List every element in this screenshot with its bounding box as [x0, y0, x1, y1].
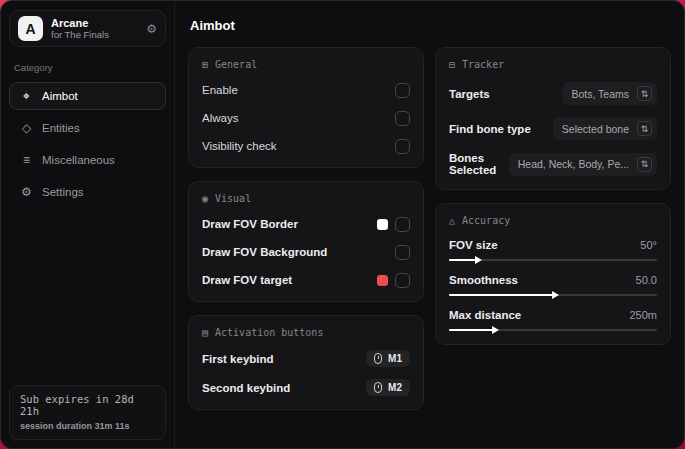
dropdown-value: Bots, Teams [571, 88, 629, 100]
fov-target-checkbox[interactable] [395, 273, 410, 288]
row-label: Draw FOV target [202, 274, 292, 286]
left-column: ⊞ General Enable Always Visibility check [188, 47, 424, 410]
brand-logo: A [18, 16, 43, 41]
visual-row-fov-border: Draw FOV Border [202, 216, 410, 232]
row-label: FOV size [449, 239, 498, 251]
bones-selected-dropdown[interactable]: Head, Neck, Body, Pe... ⇅ [509, 153, 657, 176]
slider-value: 50.0 [636, 274, 657, 286]
category-label: Category [14, 62, 161, 73]
chevron-updown-icon: ⇅ [637, 86, 652, 101]
sidebar-item-label: Entities [42, 122, 80, 134]
always-checkbox[interactable] [395, 111, 410, 126]
second-keybind-button[interactable]: M2 [366, 379, 410, 396]
brand-text: Arcane for The Finals [51, 17, 109, 40]
sidebar-item-aimbot[interactable]: ⌖ Aimbot [9, 82, 166, 110]
page-title: Aimbot [190, 18, 671, 33]
sidebar-item-miscellaneous[interactable]: ≡ Miscellaneous [9, 146, 166, 174]
max-distance-slider[interactable] [449, 329, 657, 331]
row-label: Second keybind [202, 382, 290, 394]
row-controls [377, 273, 410, 288]
sidebar-item-entities[interactable]: ◇ Entities [9, 114, 166, 142]
fov-target-color-swatch[interactable] [377, 275, 388, 286]
fov-size-slider[interactable] [449, 259, 657, 261]
sidebar-item-label: Miscellaneous [42, 154, 115, 166]
sidebar-item-label: Aimbot [42, 90, 78, 102]
app-window: A Arcane for The Finals ⚙ Category ⌖ Aim… [0, 0, 685, 449]
card-title: Accuracy [462, 215, 510, 226]
tracker-row-targets: Targets Bots, Teams ⇅ [449, 82, 657, 105]
scan-icon: ⊟ [449, 59, 455, 70]
accuracy-card: △ Accuracy FOV size 50° [435, 203, 671, 345]
row-controls [377, 217, 410, 232]
main-content: Aimbot ⊞ General Enable Always [175, 1, 684, 448]
slider-head: FOV size 50° [449, 239, 657, 251]
slider-head: Max distance 250m [449, 309, 657, 321]
card-title: General [215, 59, 257, 70]
subscription-expiry: Sub expires in 28d 21h [20, 393, 155, 417]
visibility-check-checkbox[interactable] [395, 139, 410, 154]
slider-head: Smoothness 50.0 [449, 274, 657, 286]
find-bone-type-dropdown[interactable]: Selected bone ⇅ [553, 117, 657, 140]
row-label: Draw FOV Background [202, 246, 327, 258]
slider-thumb[interactable] [492, 326, 499, 334]
row-label: Find bone type [449, 123, 531, 135]
card-columns: ⊞ General Enable Always Visibility check [188, 47, 671, 410]
gear-icon[interactable]: ⚙ [146, 22, 157, 36]
slider-thumb[interactable] [475, 256, 482, 264]
visual-row-fov-target: Draw FOV target [202, 272, 410, 288]
slider-value: 50° [640, 239, 657, 251]
dropdown-value: Selected bone [562, 123, 629, 135]
sidebar-item-settings[interactable]: ⚙ Settings [9, 178, 166, 206]
tracker-card-header: ⊟ Tracker [449, 59, 657, 70]
visual-row-fov-background: Draw FOV Background [202, 244, 410, 260]
card-title: Activation buttons [215, 327, 323, 338]
row-label: Targets [449, 88, 490, 100]
activation-card: ▤ Activation buttons First keybind M1 Se… [188, 315, 424, 410]
sidebar: A Arcane for The Finals ⚙ Category ⌖ Aim… [1, 1, 175, 448]
brand-title: Arcane [51, 17, 109, 29]
fov-border-color-swatch[interactable] [377, 219, 388, 230]
row-label: Bones Selected [449, 152, 509, 176]
visual-card-header: ◉ Visual [202, 193, 410, 204]
general-row-enable: Enable [202, 82, 410, 98]
smoothness-slider-row: Smoothness 50.0 [449, 274, 657, 296]
dropdown-value: Head, Neck, Body, Pe... [518, 158, 629, 170]
triangle-icon: △ [449, 215, 455, 226]
mouse-icon [374, 382, 382, 393]
grid-icon: ⊞ [202, 59, 208, 70]
gear-icon: ⚙ [20, 185, 33, 199]
cube-icon: ◇ [20, 121, 33, 135]
slider-fill [449, 294, 553, 296]
fov-border-checkbox[interactable] [395, 217, 410, 232]
chevron-updown-icon: ⇅ [637, 157, 652, 172]
card-title: Visual [215, 193, 251, 204]
slider-thumb[interactable] [552, 291, 559, 299]
row-controls [395, 245, 410, 260]
brand-card: A Arcane for The Finals ⚙ [9, 10, 166, 47]
general-row-always: Always [202, 110, 410, 126]
slider-value: 250m [629, 309, 657, 321]
mouse-icon [374, 353, 382, 364]
tracker-row-bones-selected: Bones Selected Head, Neck, Body, Pe... ⇅ [449, 152, 657, 176]
keybind-value: M2 [388, 382, 402, 393]
activation-row-second-keybind: Second keybind M2 [202, 379, 410, 396]
row-label: Draw FOV Border [202, 218, 298, 230]
general-card: ⊞ General Enable Always Visibility check [188, 47, 424, 168]
row-label: Always [202, 112, 238, 124]
fov-size-slider-row: FOV size 50° [449, 239, 657, 261]
crosshair-icon: ⌖ [20, 89, 33, 103]
targets-dropdown[interactable]: Bots, Teams ⇅ [562, 82, 657, 105]
eye-icon: ◉ [202, 193, 208, 204]
accuracy-card-header: △ Accuracy [449, 215, 657, 226]
first-keybind-button[interactable]: M1 [366, 350, 410, 367]
slider-fill [449, 329, 493, 331]
row-label: Enable [202, 84, 238, 96]
card-title: Tracker [462, 59, 504, 70]
general-row-visibility-check: Visibility check [202, 138, 410, 154]
fov-background-checkbox[interactable] [395, 245, 410, 260]
sidebar-item-label: Settings [42, 186, 84, 198]
smoothness-slider[interactable] [449, 294, 657, 296]
tracker-card: ⊟ Tracker Targets Bots, Teams ⇅ Find bon… [435, 47, 671, 190]
subscription-card: Sub expires in 28d 21h session duration … [9, 385, 166, 440]
enable-checkbox[interactable] [395, 83, 410, 98]
